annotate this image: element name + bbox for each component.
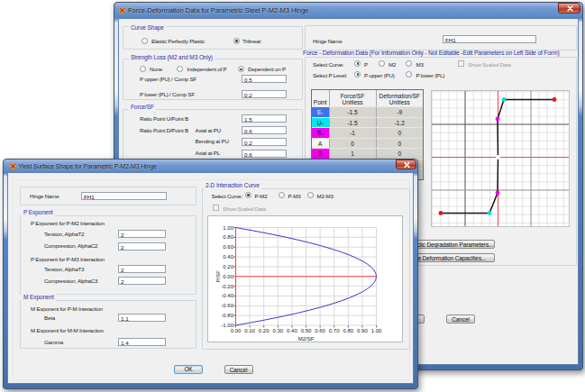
- svg-text:0.20: 0.20: [223, 264, 233, 269]
- svg-text:P/SF: P/SF: [215, 270, 221, 283]
- svg-text:-0.80: -0.80: [221, 313, 233, 318]
- svg-text:0.60: 0.60: [315, 328, 325, 333]
- svg-text:0.50: 0.50: [301, 328, 312, 333]
- svg-text:0.80: 0.80: [343, 328, 353, 333]
- svg-text:0.40: 0.40: [287, 328, 297, 333]
- svg-text:0.70: 0.70: [329, 328, 340, 333]
- svg-text:0.20: 0.20: [259, 328, 270, 333]
- svg-text:-0.40: -0.40: [221, 293, 233, 298]
- svg-text:1.00: 1.00: [223, 225, 233, 231]
- svg-text:1.00: 1.00: [371, 328, 382, 333]
- svg-text:0.10: 0.10: [244, 328, 255, 333]
- svg-text:0.00: 0.00: [223, 274, 233, 279]
- svg-text:0.90: 0.90: [357, 328, 368, 333]
- svg-text:M2/SF: M2/SF: [298, 336, 315, 342]
- svg-text:0.80: 0.80: [223, 234, 233, 240]
- svg-text:0.30: 0.30: [272, 328, 283, 333]
- svg-text:-0.60: -0.60: [221, 303, 233, 308]
- svg-text:0.00: 0.00: [231, 328, 242, 333]
- svg-text:0.40: 0.40: [223, 254, 233, 260]
- svg-text:0.60: 0.60: [223, 244, 233, 250]
- svg-text:-0.20: -0.20: [221, 284, 233, 289]
